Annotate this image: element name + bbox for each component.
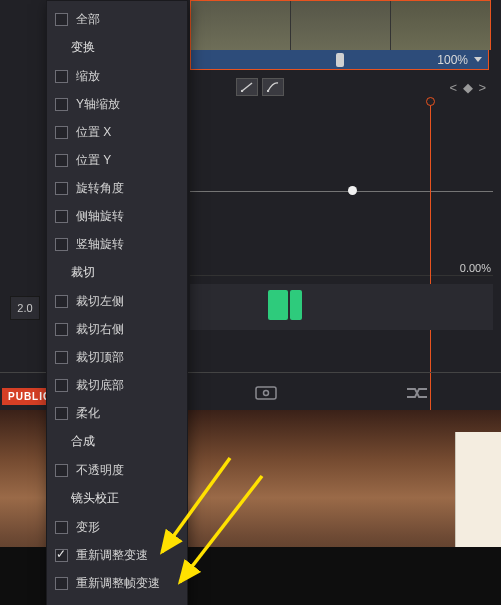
svg-point-3	[263, 390, 268, 395]
thumbnail-strip	[190, 0, 491, 50]
checkbox-icon[interactable]	[55, 70, 68, 83]
bezier-curve-button[interactable]	[262, 78, 284, 96]
checkbox-icon[interactable]	[55, 126, 68, 139]
menu-item[interactable]: 重新调整帧变速	[47, 569, 187, 597]
checkbox-icon[interactable]	[55, 154, 68, 167]
checkbox-icon[interactable]	[55, 464, 68, 477]
slider-knob[interactable]	[336, 53, 344, 67]
menu-item-label: 位置 X	[76, 124, 111, 141]
menu-item-label: 侧轴旋转	[76, 208, 124, 225]
menu-item[interactable]: 侧轴旋转	[47, 202, 187, 230]
clip-segment[interactable]	[290, 290, 302, 320]
menu-header: 镜头校正	[47, 484, 187, 513]
keyframe-nav[interactable]: < ◆ >	[450, 80, 487, 95]
keyframe-point[interactable]	[348, 186, 357, 195]
menu-item[interactable]: 裁切左侧	[47, 287, 187, 315]
speed-label: 2.0	[10, 296, 40, 320]
menu-item[interactable]: 裁切顶部	[47, 343, 187, 371]
timeline-track[interactable]	[190, 284, 493, 330]
curve-editor[interactable]	[190, 100, 493, 276]
checkbox-icon[interactable]	[55, 407, 68, 420]
menu-item-label: 重新调整帧变速	[76, 575, 160, 592]
menu-item[interactable]: 重新调整变速	[47, 541, 187, 569]
checkbox-icon[interactable]	[55, 182, 68, 195]
menu-item[interactable]: 裁切右侧	[47, 315, 187, 343]
menu-item-label: 裁切左侧	[76, 293, 124, 310]
viewer-icon-2[interactable]	[405, 385, 429, 404]
svg-rect-2	[256, 387, 276, 399]
parameter-menu[interactable]: 全部变换缩放Y轴缩放位置 X位置 Y旋转角度侧轴旋转竖轴旋转裁切裁切左侧裁切右侧…	[46, 0, 188, 605]
viewer-icon-1[interactable]	[254, 385, 278, 404]
checkbox-icon[interactable]	[55, 379, 68, 392]
menu-item-label: 不透明度	[76, 462, 124, 479]
checkbox-icon[interactable]	[55, 13, 68, 26]
viewer-mode-icons	[190, 380, 493, 408]
curve-mode-buttons	[236, 78, 284, 96]
curve-min-value: 0.00%	[460, 262, 491, 274]
menu-item-label: 裁切底部	[76, 377, 124, 394]
checkbox-icon[interactable]	[55, 295, 68, 308]
playhead-handle[interactable]	[426, 97, 435, 106]
menu-item[interactable]: 柔化	[47, 399, 187, 427]
checkbox-icon[interactable]	[55, 323, 68, 336]
menu-item[interactable]: 位置 Y	[47, 146, 187, 174]
menu-item-label: 柔化	[76, 405, 100, 422]
checkbox-icon[interactable]	[55, 521, 68, 534]
menu-item-label: 变形	[76, 519, 100, 536]
menu-item[interactable]: 全部	[47, 5, 187, 33]
menu-item[interactable]: 不透明度	[47, 456, 187, 484]
curve-baseline	[190, 191, 493, 192]
menu-item-label: 位置 Y	[76, 152, 111, 169]
menu-item-label: 缩放	[76, 68, 100, 85]
menu-item-label: 裁切顶部	[76, 349, 124, 366]
menu-item-label: 竖轴旋转	[76, 236, 124, 253]
checkbox-icon[interactable]	[55, 577, 68, 590]
zoom-slider[interactable]: 100%	[190, 50, 489, 70]
menu-header: 合成	[47, 427, 187, 456]
menu-item-label: 全部	[76, 11, 100, 28]
menu-item[interactable]: 竖轴旋转	[47, 230, 187, 258]
thumbnail[interactable]	[391, 1, 490, 50]
zoom-value: 100%	[437, 53, 468, 67]
menu-item-label: 重新调整变速	[76, 547, 148, 564]
menu-item[interactable]: Y轴缩放	[47, 90, 187, 118]
thumbnail[interactable]	[191, 1, 290, 50]
menu-item[interactable]: 旋转角度	[47, 174, 187, 202]
clip-segment[interactable]	[268, 290, 288, 320]
menu-header: 变换	[47, 33, 187, 62]
checkbox-icon[interactable]	[55, 98, 68, 111]
checkbox-icon[interactable]	[55, 351, 68, 364]
menu-item[interactable]: 变形	[47, 513, 187, 541]
menu-item-label: Y轴缩放	[76, 96, 120, 113]
checkbox-icon[interactable]	[55, 549, 68, 562]
menu-item-label: 裁切右侧	[76, 321, 124, 338]
thumbnail[interactable]	[291, 1, 390, 50]
menu-item[interactable]: 位置 X	[47, 118, 187, 146]
menu-item[interactable]: 缩放	[47, 62, 187, 90]
menu-item-label: 旋转角度	[76, 180, 124, 197]
checkbox-icon[interactable]	[55, 210, 68, 223]
linear-curve-button[interactable]	[236, 78, 258, 96]
menu-header: 裁切	[47, 258, 187, 287]
checkbox-icon[interactable]	[55, 238, 68, 251]
menu-item[interactable]: 裁切底部	[47, 371, 187, 399]
chevron-down-icon[interactable]	[474, 57, 482, 62]
